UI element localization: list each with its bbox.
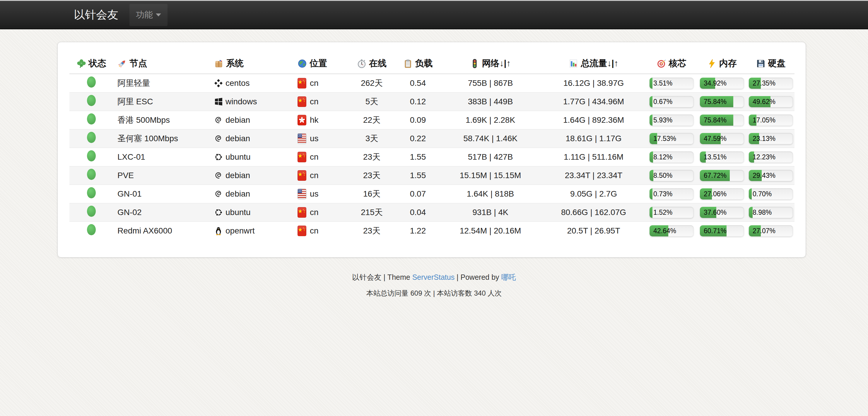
cpu-usage-bar: 8.12% [650,151,693,162]
debian-icon [214,134,223,143]
server-row[interactable]: 阿里轻量centoscn262天0.54755B | 867B16.12G | … [69,74,795,92]
column-header-label: 负载 [415,57,433,69]
column-header-network: 网络↓|↑ [440,53,541,74]
uptime-value: 16天 [348,184,396,203]
os-name: openwrt [225,226,255,236]
column-header-ram: 内存 [697,53,747,74]
disk-usage-value: 12.23% [753,151,775,162]
os-name: debian [225,171,250,180]
uptime-value: 5天 [348,92,396,111]
os-name: debian [225,189,250,199]
features-menu-button[interactable]: 功能 [129,4,167,26]
powered-by-link[interactable]: 哪吒 [501,273,516,281]
theme-link[interactable]: ServerStatus [412,273,455,281]
server-status-table: 状态节点系统位置在线负载网络↓|↑总流量↓|↑核芯内存硬盘 阿里轻量centos… [69,53,795,240]
ram-usage-bar: 27.06% [700,188,744,200]
network-value: 15.15M | 15.15M [440,166,541,184]
node-name: GN-02 [113,203,210,221]
cpu-usage-bar: 42.64% [650,225,693,236]
ram-usage-bar: 47.59% [700,133,744,144]
server-row[interactable]: 香港 500Mbpsdebianhk22天0.091.69K | 2.28K1.… [69,111,795,129]
server-row[interactable]: LXC-01ubuntucn23天1.55517B | 427B1.11G | … [69,148,795,166]
column-header-label: 状态 [89,57,106,69]
cpu-usage-value: 8.12% [653,151,672,162]
features-menu-label: 功能 [136,9,153,21]
ubuntu-icon [214,153,223,161]
column-header-label: 位置 [310,57,327,69]
cpu-usage-value: 8.50% [653,170,672,181]
node-name: 圣何塞 100Mbps [113,129,210,148]
load-value: 1.55 [396,148,440,166]
server-row[interactable]: 圣何塞 100Mbpsdebianus3天0.2258.74K | 1.46K1… [69,129,795,148]
cpu-usage-value: 1.52% [653,207,672,218]
uptime-value: 23天 [348,221,396,240]
server-row[interactable]: 阿里 ESCwindowscn5天0.12383B | 449B1.77G | … [69,92,795,111]
network-value: 755B | 867B [440,74,541,92]
disk-usage-value: 23.13% [753,133,775,144]
rocket-icon [118,59,127,68]
ram-usage-value: 60.71% [704,225,726,236]
bar-chart-icon [569,59,578,68]
us-flag-icon [298,189,306,199]
package-icon [214,59,223,68]
ram-usage-value: 34.92% [704,78,726,89]
traffic-value: 1.64G | 892.36M [541,111,646,129]
disk-usage-value: 49.62% [753,96,775,107]
status-online-dot [87,150,96,161]
node-name: Redmi AX6000 [113,221,210,240]
load-value: 0.12 [396,92,440,111]
load-value: 1.22 [396,221,440,240]
status-online-dot [87,113,96,124]
cpu-usage-bar: 1.52% [650,207,693,218]
os-name: ubuntu [225,208,251,217]
cpu-usage-bar: 0.73% [650,188,693,200]
cn-flag-icon [298,207,306,218]
ram-usage-bar: 13.51% [700,151,744,162]
column-header-location: 位置 [293,53,348,74]
node-name: 阿里轻量 [113,74,210,92]
ram-usage-bar: 34.92% [700,78,744,89]
load-value: 1.55 [396,166,440,184]
column-header-label: 总流量↓|↑ [581,57,618,69]
target-icon [657,59,666,68]
os-name: windows [225,97,257,106]
clipboard-icon [403,59,413,68]
cn-flag-icon [298,170,306,181]
disk-usage-bar: 27.35% [749,78,793,89]
server-row[interactable]: GN-01debianus16天0.071.64K | 818B9.05G | … [69,184,795,203]
footer-credits: 以针会友 | Theme ServerStatus | Powered by 哪… [0,272,868,282]
node-name: PVE [113,166,210,184]
location-code: cn [310,152,319,162]
network-value: 12.54M | 20.16M [440,221,541,240]
location-code: us [310,134,319,143]
load-value: 0.07 [396,184,440,203]
uptime-value: 215天 [348,203,396,221]
status-online-dot [87,77,96,88]
disk-usage-value: 27.07% [753,225,775,236]
node-name: 阿里 ESC [113,92,210,111]
os-name: centos [225,79,250,88]
server-row[interactable]: GN-02ubuntucn215天0.04931B | 4K80.66G | 1… [69,203,795,221]
column-header-label: 在线 [369,57,386,69]
server-row[interactable]: Redmi AX6000openwrtcn23天1.2212.54M | 20.… [69,221,795,240]
location-code: us [310,189,319,199]
column-header-label: 系统 [226,57,244,69]
ram-usage-value: 13.51% [704,151,726,162]
disk-usage-bar: 23.13% [749,133,793,144]
column-header-cpu: 核芯 [646,53,697,74]
cpu-usage-value: 5.93% [653,115,672,126]
brand-title[interactable]: 以针会友 [74,7,118,22]
ram-usage-bar: 37.60% [700,207,744,218]
debian-icon [214,116,223,124]
footer-separator: | Theme [381,273,412,281]
cn-flag-icon [298,78,306,88]
footer: 以针会友 | Theme ServerStatus | Powered by 哪… [0,272,868,298]
footer-separator: | Powered by [455,273,501,281]
traffic-value: 1.77G | 434.96M [541,92,646,111]
clover-icon [77,59,86,68]
server-row[interactable]: PVEdebiancn23天1.5515.15M | 15.15M23.34T … [69,166,795,184]
column-header-disk: 硬盘 [747,53,795,74]
stopwatch-icon [357,59,366,68]
traffic-value: 80.66G | 162.07G [541,203,646,221]
disk-usage-value: 8.98% [753,207,772,218]
